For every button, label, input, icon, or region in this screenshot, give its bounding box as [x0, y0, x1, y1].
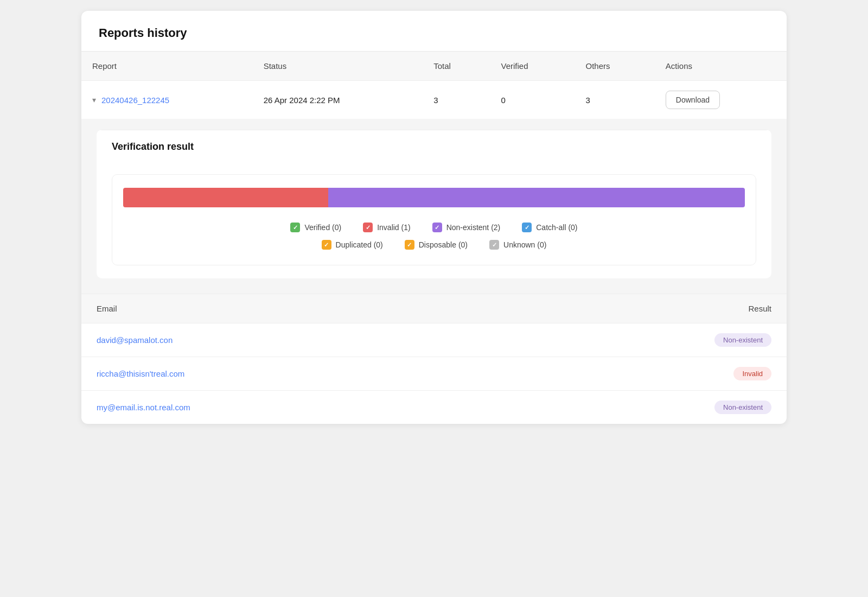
report-others: 3: [575, 81, 655, 119]
legend-catchall: ✓ Catch-all (0): [522, 223, 577, 232]
report-total: 3: [423, 81, 490, 119]
legend-row-2: ✓ Duplicated (0) ✓ Disposable (0): [322, 240, 547, 250]
reports-table: Report Status Total Verified Others Acti…: [81, 52, 787, 119]
email-1: david@spamalot.con: [81, 323, 495, 357]
report-link[interactable]: 20240426_122245: [101, 96, 169, 105]
bar-invalid: [123, 188, 328, 207]
email-results-table: Email Result david@spamalot.con Non-exis…: [81, 294, 787, 424]
col-total: Total: [423, 52, 490, 81]
legend-nonexistent-label: Non-existent (2): [446, 223, 501, 232]
legend-invalid: ✓ Invalid (1): [363, 223, 410, 232]
badge-nonexistent-2: Non-existent: [714, 401, 771, 414]
download-button[interactable]: Download: [666, 91, 720, 109]
legend-duplicated: ✓ Duplicated (0): [322, 240, 383, 250]
email-3: my@email.is.not.real.com: [81, 391, 495, 424]
legend-nonexistent: ✓ Non-existent (2): [432, 223, 501, 232]
email-link-2[interactable]: riccha@thisisn'treal.com: [97, 369, 184, 378]
legend-disposable: ✓ Disposable (0): [405, 240, 468, 250]
col-status: Status: [253, 52, 423, 81]
legend-duplicated-label: Duplicated (0): [336, 240, 383, 249]
checkbox-nonexistent: ✓: [432, 223, 442, 232]
legend-catchall-label: Catch-all (0): [536, 223, 577, 232]
legend-unknown-label: Unknown (0): [503, 240, 546, 249]
checkbox-verified: ✓: [290, 223, 300, 232]
email-link-3[interactable]: my@email.is.not.real.com: [97, 403, 190, 412]
legend-row-1: ✓ Verified (0) ✓ Invalid (1): [290, 223, 577, 232]
report-verified: 0: [490, 81, 575, 119]
col-report: Report: [81, 52, 253, 81]
checkbox-unknown: ✓: [489, 240, 499, 250]
table-row: ▾ 20240426_122245 26 Apr 2024 2:22 PM 3 …: [81, 81, 787, 119]
verification-title: Verification result: [97, 130, 771, 161]
email-2: riccha@thisisn'treal.com: [81, 357, 495, 391]
report-name-cell: ▾ 20240426_122245: [81, 81, 253, 119]
main-card: Reports history Report Status Total Veri…: [81, 11, 787, 424]
legend-disposable-label: Disposable (0): [419, 240, 468, 249]
col-email: Email: [81, 294, 495, 323]
legend-verified: ✓ Verified (0): [290, 223, 341, 232]
legend-grid: ✓ Verified (0) ✓ Invalid (1): [123, 223, 745, 250]
checkbox-catchall: ✓: [522, 223, 532, 232]
col-actions: Actions: [655, 52, 787, 81]
email-row-2: riccha@thisisn'treal.com Invalid: [81, 357, 787, 391]
result-cell-1: Non-existent: [495, 323, 787, 357]
legend-unknown: ✓ Unknown (0): [489, 240, 546, 250]
email-row-3: my@email.is.not.real.com Non-existent: [81, 391, 787, 424]
col-result: Result: [495, 294, 787, 323]
progress-bar: [123, 188, 745, 207]
verification-section: Verification result ✓: [81, 119, 787, 294]
legend-verified-label: Verified (0): [304, 223, 341, 232]
result-cell-2: Invalid: [495, 357, 787, 391]
email-results-section: Email Result david@spamalot.con Non-exis…: [81, 294, 787, 424]
report-actions: Download: [655, 81, 787, 119]
page-title: Reports history: [81, 11, 787, 51]
report-status: 26 Apr 2024 2:22 PM: [253, 81, 423, 119]
checkbox-disposable: ✓: [405, 240, 414, 250]
chevron-down-icon[interactable]: ▾: [92, 96, 96, 104]
badge-nonexistent-1: Non-existent: [714, 333, 771, 347]
col-verified: Verified: [490, 52, 575, 81]
badge-invalid-1: Invalid: [733, 367, 771, 380]
result-cell-3: Non-existent: [495, 391, 787, 424]
checkbox-duplicated: ✓: [322, 240, 331, 250]
legend-invalid-label: Invalid (1): [377, 223, 410, 232]
checkbox-invalid: ✓: [363, 223, 373, 232]
bar-nonexistent: [328, 188, 745, 207]
email-row-1: david@spamalot.con Non-existent: [81, 323, 787, 357]
col-others: Others: [575, 52, 655, 81]
email-link-1[interactable]: david@spamalot.con: [97, 335, 173, 345]
